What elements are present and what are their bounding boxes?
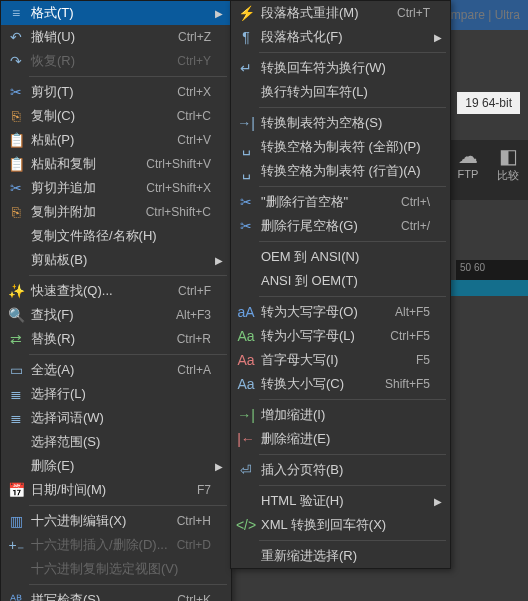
menu-quickfind[interactable]: ✨快速查找(Q)...Ctrl+F [1, 279, 231, 303]
menu-hexedit[interactable]: ▥十六进制编辑(X)Ctrl+H [1, 509, 231, 533]
menu-item-label: 选择词语(W) [27, 409, 211, 427]
menu-copy-icon: ⎘ [5, 108, 27, 124]
fmt-paragraph[interactable]: ¶段落格式化(F)▶ [231, 25, 450, 49]
menu-clipboard[interactable]: 剪贴板(B)▶ [1, 248, 231, 272]
menu-item-shortcut: Ctrl+A [169, 363, 211, 377]
menu-item-shortcut: Ctrl+\ [393, 195, 430, 209]
menu-copy-path[interactable]: 复制文件路径/名称(H) [1, 224, 231, 248]
menu-redo[interactable]: ↷恢复(R)Ctrl+Y [1, 49, 231, 73]
menu-item-shortcut: Ctrl+R [169, 332, 211, 346]
menu-item-label: 日期/时间(M) [27, 481, 189, 499]
menu-cut[interactable]: ✂剪切(T)Ctrl+X [1, 80, 231, 104]
ruler: 50 60 [456, 260, 528, 280]
menu-selectall[interactable]: ▭全选(A)Ctrl+A [1, 358, 231, 382]
menu-paste-copy-icon: 📋 [5, 156, 27, 172]
separator [29, 354, 227, 355]
separator [259, 485, 446, 486]
menu-item-shortcut: Alt+F5 [387, 305, 430, 319]
menu-undo[interactable]: ↶撤销(U)Ctrl+Z [1, 25, 231, 49]
menu-item-label: 复制并附加 [27, 203, 138, 221]
fmt-togglecase[interactable]: Aa转换大小写(C)Shift+F5 [231, 372, 450, 396]
compare-label: 比较 [497, 169, 519, 181]
menu-item-shortcut: Ctrl+H [169, 514, 211, 528]
menu-copy-append[interactable]: ⎘复制并附加Ctrl+Shift+C [1, 200, 231, 224]
menu-hex-copyview[interactable]: 十六进制复制选定视图(V) [1, 557, 231, 581]
menu-cut-append[interactable]: ✂剪切并追加Ctrl+Shift+X [1, 176, 231, 200]
arch-label: 19 64-bit [457, 92, 520, 114]
fmt-togglecase-icon: Aa [235, 376, 257, 392]
menu-find-icon: 🔍 [5, 307, 27, 323]
fmt-html-validate[interactable]: HTML 验证(H)▶ [231, 489, 450, 513]
fmt-indent-icon: →| [235, 407, 257, 423]
menu-copy[interactable]: ⎘复制(C)Ctrl+C [1, 104, 231, 128]
menu-item-label: 转换空格为制表符 (行首)(A) [257, 162, 430, 180]
fmt-lower-icon: Aa [235, 328, 257, 344]
menu-item-label: 替换(R) [27, 330, 169, 348]
menu-replace-icon: ⇄ [5, 331, 27, 347]
separator [259, 540, 446, 541]
menu-cut-icon: ✂ [5, 84, 27, 100]
menu-item-label: 粘贴(P) [27, 131, 169, 149]
menu-spellcheck[interactable]: ᴬᴮ拼写检查(S)Ctrl+K [1, 588, 231, 601]
fmt-xml-cr[interactable]: </>XML 转换到回车符(X) [231, 513, 450, 537]
menu-item-shortcut: F7 [189, 483, 211, 497]
fmt-upper[interactable]: aA转为大写字母(O)Alt+F5 [231, 300, 450, 324]
menu-item-label: 首字母大写(I) [257, 351, 408, 369]
compare-tool[interactable]: ◧比较 [488, 140, 528, 200]
menu-datetime[interactable]: 📅日期/时间(M)F7 [1, 478, 231, 502]
menu-paste-icon: 📋 [5, 132, 27, 148]
menu-item-label: 转为小写字母(L) [257, 327, 382, 345]
menu-spellcheck-icon: ᴬᴮ [5, 592, 27, 601]
menu-item-shortcut: F5 [408, 353, 430, 367]
menu-item-label: 选择范围(S) [27, 433, 211, 451]
separator [29, 76, 227, 77]
menu-item-label: 剪贴板(B) [27, 251, 211, 269]
fmt-ansi-oem[interactable]: ANSI 到 OEM(T) [231, 269, 450, 293]
menu-item-label: 转换大小写(C) [257, 375, 377, 393]
fmt-lower[interactable]: Aa转为小写字母(L)Ctrl+F5 [231, 324, 450, 348]
separator [29, 505, 227, 506]
fmt-outdent[interactable]: |←删除缩进(E) [231, 427, 450, 451]
fmt-sp-to-tab-all[interactable]: ␣转换空格为制表符 (全部)(P) [231, 135, 450, 159]
menu-find[interactable]: 🔍查找(F)Alt+F3 [1, 303, 231, 327]
fmt-lf-to-cr[interactable]: 换行转为回车符(L) [231, 80, 450, 104]
fmt-reflow[interactable]: ⚡段落格式重排(M)Ctrl+T [231, 1, 450, 25]
titlebar-fragment: ompare | Ultra [444, 8, 520, 22]
menu-hexedit-icon: ▥ [5, 513, 27, 529]
fmt-sp-to-tab-lead-icon: ␣ [235, 163, 257, 179]
ftp-tool[interactable]: ☁FTP [448, 140, 488, 200]
fmt-trim-leading[interactable]: ✂"删除行首空格"Ctrl+\ [231, 190, 450, 214]
menu-delete[interactable]: 删除(E)▶ [1, 454, 231, 478]
menu-selectrange[interactable]: 选择范围(S) [1, 430, 231, 454]
menu-hex-insdel-icon: +₋ [5, 537, 27, 553]
fmt-pagebreak[interactable]: ⏎插入分页符(B) [231, 458, 450, 482]
menu-selectword-icon: ≣ [5, 410, 27, 426]
menu-item-label: 复制文件路径/名称(H) [27, 227, 211, 245]
fmt-cr-to-lf[interactable]: ↵转换回车符为换行(W) [231, 56, 450, 80]
fmt-oem-ansi[interactable]: OEM 到 ANSI(N) [231, 245, 450, 269]
menu-paste-copy[interactable]: 📋粘贴和复制Ctrl+Shift+V [1, 152, 231, 176]
menu-hex-insdel[interactable]: +₋十六进制插入/删除(D)...Ctrl+D [1, 533, 231, 557]
menu-paste[interactable]: 📋粘贴(P)Ctrl+V [1, 128, 231, 152]
menu-item-label: 删除缩进(E) [257, 430, 430, 448]
menu-item-shortcut: Ctrl+Shift+V [138, 157, 211, 171]
fmt-outdent-icon: |← [235, 431, 257, 447]
menu-item-shortcut: Alt+F3 [168, 308, 211, 322]
menu-format[interactable]: ≡格式(T)▶ [1, 1, 231, 25]
fmt-trim-trailing[interactable]: ✂删除行尾空格(G)Ctrl+/ [231, 214, 450, 238]
fmt-tab-to-sp[interactable]: →|转换制表符为空格(S) [231, 111, 450, 135]
menu-selectline[interactable]: ≣选择行(L) [1, 382, 231, 406]
menu-quickfind-icon: ✨ [5, 283, 27, 299]
menu-replace[interactable]: ⇄替换(R)Ctrl+R [1, 327, 231, 351]
menu-selectword[interactable]: ≣选择词语(W) [1, 406, 231, 430]
fmt-reindent[interactable]: 重新缩进选择(R) [231, 544, 450, 568]
compare-icon: ◧ [488, 144, 528, 168]
separator [259, 241, 446, 242]
fmt-indent[interactable]: →|增加缩进(I) [231, 403, 450, 427]
submenu-arrow-icon: ▶ [211, 461, 223, 472]
cloud-icon: ☁ [448, 144, 488, 168]
menu-item-shortcut: Ctrl+T [389, 6, 430, 20]
menu-item-shortcut: Ctrl+Shift+C [138, 205, 211, 219]
fmt-sp-to-tab-lead[interactable]: ␣转换空格为制表符 (行首)(A) [231, 159, 450, 183]
fmt-capitalize[interactable]: Aa首字母大写(I)F5 [231, 348, 450, 372]
